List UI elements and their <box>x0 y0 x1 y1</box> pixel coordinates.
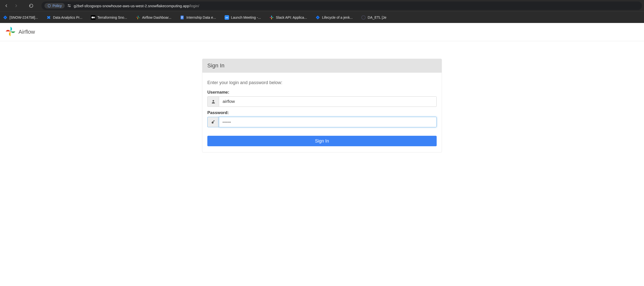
svg-rect-9 <box>181 16 183 17</box>
bookmark-item[interactable]: Airflow Dashboar... <box>134 14 174 21</box>
site-settings-icon[interactable] <box>67 4 71 8</box>
panel-body: Enter your login and password below: Use… <box>202 73 442 152</box>
nav-reload-button[interactable] <box>27 1 36 10</box>
svg-point-5 <box>92 16 94 18</box>
slack-icon <box>269 15 274 20</box>
bookmark-label: [SNOW-224758]... <box>10 15 38 19</box>
brand-title: Airflow <box>18 29 35 35</box>
bookmark-label: Slack API: Applica... <box>276 15 307 19</box>
gdoc-icon <box>180 15 184 20</box>
svg-point-7 <box>94 16 95 18</box>
svg-point-2 <box>68 4 69 5</box>
password-input[interactable] <box>219 117 437 127</box>
bookmark-label: Terraforming Sno... <box>98 15 127 19</box>
login-panel: Sign In Enter your login and password be… <box>202 59 442 152</box>
bookmark-item[interactable]: Internship Data e... <box>178 14 218 21</box>
svg-point-18 <box>362 15 365 19</box>
url-path: /login/ <box>189 4 199 8</box>
svg-point-20 <box>212 122 214 124</box>
svg-point-3 <box>70 6 70 7</box>
shield-icon <box>48 4 51 7</box>
bookmark-label: Data Analytics Pr... <box>53 15 82 19</box>
policy-chip[interactable]: Policy <box>44 3 65 8</box>
policy-label: Policy <box>52 4 62 8</box>
svg-rect-14 <box>271 15 272 17</box>
bookmark-item[interactable]: Terraforming Sno... <box>89 14 129 21</box>
jenkins-icon <box>361 15 366 20</box>
bookmark-label: DA_ETL [Je <box>368 15 386 19</box>
bookmark-label: Airflow Dashboar... <box>142 15 172 19</box>
nav-back-button[interactable] <box>2 1 10 10</box>
bookmark-item[interactable]: Slack API: Applica... <box>267 14 309 21</box>
bookmark-item[interactable]: Lifecycle of a jenk... <box>314 14 355 21</box>
svg-rect-16 <box>271 17 272 19</box>
page-content: Sign In Enter your login and password be… <box>0 41 644 286</box>
jira-icon <box>3 15 8 20</box>
svg-rect-10 <box>181 17 183 17</box>
svg-point-6 <box>94 16 94 18</box>
password-input-group <box>207 117 437 127</box>
username-input-group <box>207 96 437 107</box>
bookmark-item[interactable]: DA_ETL [Je <box>359 14 388 21</box>
bookmark-item[interactable]: Data Analytics Pr... <box>44 14 84 21</box>
bookmarks-bar: [SNOW-224758]...Data Analytics Pr...Terr… <box>0 11 644 23</box>
bookmark-label: Lifecycle of a jenk... <box>322 15 353 19</box>
svg-rect-15 <box>272 17 274 18</box>
svg-rect-11 <box>181 18 182 18</box>
password-label: Password: <box>207 110 437 115</box>
username-input[interactable] <box>219 96 437 107</box>
svg-text:zm: zm <box>225 16 228 19</box>
username-label: Username: <box>207 90 437 95</box>
svg-point-19 <box>212 100 214 102</box>
jira-icon <box>316 15 320 20</box>
address-bar[interactable]: Policy g2bef-sfcogsops-snowhouse-aws-us-… <box>42 1 642 10</box>
bookmark-item[interactable]: zmLaunch Meeting -... <box>222 14 263 21</box>
airflow-logo-icon <box>5 26 16 38</box>
url-text: g2bef-sfcogsops-snowhouse-aws-us-west-2.… <box>74 4 199 8</box>
zoom-icon: zm <box>224 15 229 20</box>
bookmark-item[interactable]: [SNOW-224758]... <box>1 14 40 21</box>
confluence-icon <box>46 15 51 20</box>
browser-chrome: Policy g2bef-sfcogsops-snowhouse-aws-us-… <box>0 0 644 23</box>
bookmark-label: Launch Meeting -... <box>231 15 261 19</box>
svg-rect-17 <box>270 17 272 18</box>
app-header: Airflow <box>0 23 644 41</box>
browser-toolbar: Policy g2bef-sfcogsops-snowhouse-aws-us-… <box>0 0 644 11</box>
medium-icon <box>91 15 96 20</box>
bookmark-label: Internship Data e... <box>186 15 216 19</box>
panel-title: Sign In <box>202 59 442 73</box>
svg-rect-21 <box>212 120 214 122</box>
airflow-icon <box>136 15 140 20</box>
person-icon <box>207 96 219 107</box>
signin-button[interactable]: Sign In <box>207 136 437 146</box>
key-icon <box>207 117 219 127</box>
nav-forward-button[interactable] <box>12 1 20 10</box>
url-host: g2bef-sfcogsops-snowhouse-aws-us-west-2.… <box>74 4 189 8</box>
login-instruction: Enter your login and password below: <box>207 80 437 85</box>
